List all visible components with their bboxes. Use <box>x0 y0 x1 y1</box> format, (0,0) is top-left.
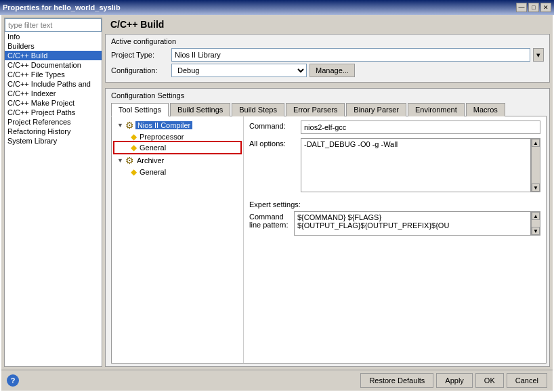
window-controls: — □ ✕ <box>516 3 551 12</box>
cmd-pattern-container: ${COMMAND} ${FLAGS} ${OUTPUT_FLAG}${OUTP… <box>294 211 540 236</box>
close-button[interactable]: ✕ <box>540 3 551 12</box>
tab-error-parsers[interactable]: Error Parsers <box>286 103 345 116</box>
all-options-row: All options: -DALT_DEBUG -O0 -g -Wall ▲ … <box>249 138 540 192</box>
cmd-pattern-label: Command line pattern: <box>249 211 290 229</box>
minimize-button[interactable]: — <box>516 3 527 12</box>
help-button[interactable]: ? <box>7 374 19 387</box>
expand-icon: ▼ <box>117 122 123 129</box>
general-archiver-label: General <box>140 168 166 176</box>
config-settings-title: Configuration Settings <box>111 91 547 100</box>
sidebar-item-info[interactable]: Info <box>5 32 102 41</box>
nios2-compiler-label: Nios II Compiler <box>135 121 192 129</box>
sidebar-item-cpp-make[interactable]: C/C++ Make Project <box>5 98 102 108</box>
project-type-dropdown-btn[interactable]: ▾ <box>533 48 544 62</box>
all-options-scrollbar: ▲ ▼ <box>531 138 540 192</box>
configuration-select[interactable]: Debug <box>171 64 307 77</box>
cmd-scroll-up[interactable]: ▲ <box>532 212 540 220</box>
sidebar-item-cpp-include[interactable]: C/C++ Include Paths and <box>5 79 102 89</box>
cmd-pattern-value: ${COMMAND} ${FLAGS} ${OUTPUT_FLAG}${OUTP… <box>294 211 531 236</box>
all-options-label: All options: <box>249 138 297 148</box>
tree-panel: ▼ ⚙ Nios II Compiler ◆ Preprocessor <box>112 116 244 363</box>
cmd-pattern-scrollbar: ▲ ▼ <box>531 211 540 236</box>
cmd-pattern-row: Command line pattern: ${COMMAND} ${FLAGS… <box>249 211 540 236</box>
config-settings-section: Configuration Settings Tool Settings Bui… <box>105 88 550 367</box>
cancel-button[interactable]: Cancel <box>507 373 547 388</box>
tree-item-archiver[interactable]: ▼ ⚙ Archiver <box>114 154 240 167</box>
archiver-expand-icon: ▼ <box>117 157 123 164</box>
bottom-right: Restore Defaults Apply OK Cancel <box>360 373 547 388</box>
tree-item-general-archiver[interactable]: ◆ General <box>114 167 240 177</box>
tabs-row: Tool Settings Build Settings Build Steps… <box>111 102 547 116</box>
sidebar-item-cpp-project-paths[interactable]: C/C++ Project Paths <box>5 108 102 117</box>
tab-build-settings[interactable]: Build Settings <box>170 103 230 116</box>
manage-button[interactable]: Manage... <box>310 64 355 77</box>
sidebar-item-cpp-build[interactable]: C/C++ Build <box>5 51 102 60</box>
panel-title: C/C++ Build <box>105 18 550 31</box>
window-title: Properties for hello_world_syslib <box>3 3 121 12</box>
restore-defaults-button[interactable]: Restore Defaults <box>360 373 433 388</box>
folder-icon: ◆ <box>131 132 137 141</box>
archiver-label: Archiver <box>137 156 164 165</box>
sidebar-item-cpp-file-types[interactable]: C/C++ File Types <box>5 70 102 79</box>
main-window: Info Builders C/C++ Build C/C++ Document… <box>0 15 554 392</box>
sidebar-item-system-library[interactable]: System Library <box>5 136 102 146</box>
filter-input[interactable] <box>5 18 102 32</box>
general-folder-icon: ◆ <box>131 143 137 152</box>
tab-environment[interactable]: Environment <box>408 103 465 116</box>
command-row: Command: <box>249 121 540 134</box>
maximize-button[interactable]: □ <box>528 3 539 12</box>
project-type-value: Nios II Library <box>171 48 530 62</box>
preprocessor-label: Preprocessor <box>140 133 184 141</box>
sidebar-item-builders[interactable]: Builders <box>5 41 102 51</box>
compiler-icon: ⚙ <box>125 120 134 131</box>
tab-build-steps[interactable]: Build Steps <box>232 103 284 116</box>
content-area: Info Builders C/C++ Build C/C++ Document… <box>1 15 553 370</box>
configuration-row: Configuration: Debug Manage... <box>111 64 544 77</box>
cmd-scroll-down[interactable]: ▼ <box>532 227 540 235</box>
tabs-container: Tool Settings Build Settings Build Steps… <box>111 102 547 364</box>
all-options-container: -DALT_DEBUG -O0 -g -Wall ▲ ▼ <box>301 138 540 192</box>
scroll-up[interactable]: ▲ <box>532 139 540 147</box>
expert-label: Expert settings: <box>249 200 540 209</box>
ok-button[interactable]: OK <box>475 373 504 388</box>
tab-content: ▼ ⚙ Nios II Compiler ◆ Preprocessor <box>111 116 547 364</box>
tab-binary-parser[interactable]: Binary Parser <box>346 103 406 116</box>
title-bar: Properties for hello_world_syslib — □ ✕ <box>0 0 554 15</box>
apply-button[interactable]: Apply <box>436 373 473 388</box>
sidebar-item-cpp-doc[interactable]: C/C++ Documentation <box>5 60 102 70</box>
archiver-icon: ⚙ <box>125 155 134 166</box>
archiver-general-icon: ◆ <box>131 167 137 177</box>
tab-macros[interactable]: Macros <box>466 103 505 116</box>
right-panel: C/C++ Build Active configuration Project… <box>105 18 550 367</box>
sidebar-item-refactoring[interactable]: Refactoring History <box>5 127 102 136</box>
sidebar: Info Builders C/C++ Build C/C++ Document… <box>4 18 102 367</box>
project-type-label: Project Type: <box>111 51 169 59</box>
all-options-value: -DALT_DEBUG -O0 -g -Wall <box>301 138 531 192</box>
sidebar-item-cpp-indexer[interactable]: C/C++ Indexer <box>5 89 102 98</box>
command-input[interactable] <box>301 121 540 134</box>
bottom-left: ? <box>7 374 19 387</box>
configuration-label: Configuration: <box>111 66 169 74</box>
active-config-section: Active configuration Project Type: Nios … <box>105 34 550 83</box>
tab-tool-settings[interactable]: Tool Settings <box>111 103 169 116</box>
tree-item-general-compiler[interactable]: ◆ General <box>114 142 240 153</box>
bottom-bar: ? Restore Defaults Apply OK Cancel <box>1 370 553 391</box>
sidebar-item-project-refs[interactable]: Project References <box>5 117 102 127</box>
project-type-row: Project Type: Nios II Library ▾ <box>111 48 544 62</box>
active-config-title: Active configuration <box>111 37 544 45</box>
settings-panel: Command: All options: -DALT_DEBUG -O0 -g… <box>244 116 546 363</box>
scroll-down[interactable]: ▼ <box>532 183 540 192</box>
general-compiler-label: General <box>140 144 166 152</box>
tree-item-nios2-compiler[interactable]: ▼ ⚙ Nios II Compiler <box>114 119 240 131</box>
command-label: Command: <box>249 121 297 130</box>
tree-item-preprocessor[interactable]: ◆ Preprocessor <box>114 131 240 142</box>
